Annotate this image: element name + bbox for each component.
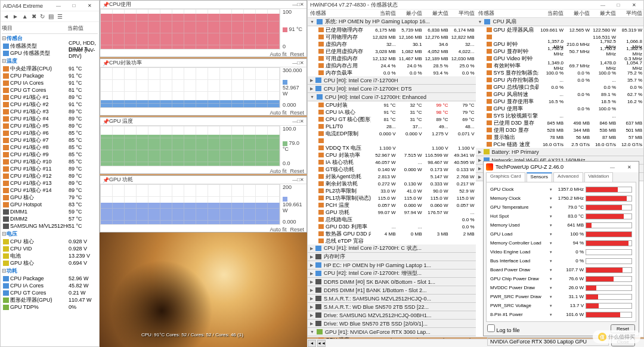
graph-plot[interactable] [100,9,280,49]
expand-icon[interactable]: ▶ [310,255,313,259]
minimize-icon[interactable]: — [596,1,610,9]
table-row[interactable]: CPU #1/核心 #489 °C [2,115,98,122]
sensor-row[interactable]: 电流EDP限制0.000 V0.000 V1.275 V0.071 V [308,130,476,137]
close-icon[interactable]: ✕ [300,177,304,182]
dropdown-icon[interactable]: ▾ [550,259,556,264]
sensor-row[interactable]: 使用 D3D 显存528 MB344 MB536 MB501 MB [476,126,644,134]
autofit-button[interactable]: Auto fit [270,227,286,233]
dropdown-icon[interactable]: ▾ [550,286,556,290]
dropdown-icon[interactable]: ▾ [550,232,556,237]
table-row[interactable]: GPU Hotspot83 °C [2,201,98,208]
tab-advanced[interactable]: Advanced [553,172,583,182]
dropdown-icon[interactable]: ▾ [550,187,556,192]
sensor-row[interactable]: PL1/T028...37...49...48... [308,123,476,130]
sensor-section[interactable]: ▶HP EC: HP OMEN by HP Gaming Laptop 1... [308,261,476,269]
sensor-section[interactable]: ▶CPU [#0]: Intel Core i7-12700H [308,76,476,85]
sensor-row[interactable]: 剩余封装功耗0.272 W0.130 W0.333 W0.217 W [308,180,476,187]
sensor-row[interactable]: SYS 显存控制器负载100.0 %0.0 %100.0 %75.2 % [476,69,644,76]
minimize-icon[interactable]: — [292,177,297,182]
graph-plot[interactable] [100,126,280,166]
table-row[interactable]: SAMSUNG M/VL2512HC...51 °C [2,222,98,230]
tab-validation[interactable]: Validation [584,172,614,182]
table-row[interactable]: CPU #1/核心 #291 °C [2,101,98,108]
sensor-row[interactable]: GPU D3D 利用率......0.0 % [308,223,476,230]
dropdown-icon[interactable]: ▾ [550,250,556,255]
table-row[interactable]: CPU #1/核心 #1289 °C [2,172,98,179]
minimize-icon[interactable]: — [292,60,297,66]
sensor-section[interactable]: ▶Battery: HP Primary [476,148,644,156]
section-header[interactable]: 功耗 [2,267,98,275]
sensor-section[interactable]: ▶Drive: WD Blue SN570 2TB SSD [2/0/0/1].… [308,320,476,328]
reset-button[interactable]: Reset [290,51,304,57]
sensor-row[interactable]: PL2功率限制33.0 W41.0 W90.0 W52.9 W [308,187,476,194]
minimize-icon[interactable]: — [51,2,66,10]
sensor-row[interactable]: GPU 内存控制器负载...0.0 %...35.7 % [476,76,644,83]
sensor-row[interactable]: 显示输出78 MB56 MB87 MB57 MB [476,134,644,141]
close-icon[interactable]: ✕ [627,1,641,9]
expand-icon[interactable]: ▼ [478,20,482,24]
dropdown-icon[interactable]: ▾ [550,196,556,201]
table-row[interactable]: GPU 核心0.694 V [2,259,98,267]
minimize-icon[interactable]: — [605,163,620,171]
sensor-row[interactable]: GPU 显存使用率16.5 %18.5 %16.2 % [476,98,644,105]
expand-icon[interactable]: ▼ [310,330,314,334]
expand-icon[interactable]: ▶ [310,321,313,326]
sensor-row[interactable]: CPU IA 核心91 °C31 °C98 °C79 °C [308,109,476,116]
fwd-icon[interactable]: ► [13,13,18,20]
scroll-left-icon[interactable]: ◄ [308,340,316,347]
sensor-row[interactable]: 有效时钟率1,349.0 MHz69.7 MHz1,478.0 MHz1,054… [476,62,644,69]
dropdown-icon[interactable]: ▾ [550,205,556,210]
reset-button[interactable]: Reset [290,168,304,174]
maximize-icon[interactable]: □ [611,1,626,9]
sensor-row[interactable]: GPU 处理器风扇109.661 W12.565 W122.580 W85.31… [476,26,644,33]
sensor-row[interactable]: CPU GT 核心(图形)81 °C31 °C89 °C69 °C [308,116,476,123]
sensor-section[interactable]: ▶S.M.A.R.T.: SAMSUNG MZVL2512HCJQ-0... [308,295,476,303]
table-row[interactable]: 图形处理器(GPU)110.47 W [2,296,98,303]
table-row[interactable]: 电池13.239 V [2,252,98,259]
sensor-row[interactable]: CPU封装91 °C32 °C99 °C79 °C [308,101,476,109]
sensor-row[interactable]: 已使用物理内存6,175 MB5,739 MB6,838 MB6,174 MB [308,26,476,33]
aida64-titlebar[interactable]: AIDA64 Extreme — □ ✕ [1,1,99,11]
sensor-section[interactable]: ▶DDR5 DIMM [#1] BANK 1/Bottom - Slot 2..… [308,286,476,295]
expand-icon[interactable]: ▼ [310,95,314,99]
sensor-row[interactable]: 已使用 D3D 显存845 MB498 MB846 MB637 MB [476,119,644,126]
graph-titlebar[interactable]: 📌CPU使用—□✕ [100,1,306,9]
table-row[interactable]: CPU #1/核心 #685 °C [2,129,98,137]
close-icon[interactable]: ✕ [622,163,636,171]
sensor-row[interactable]: SYS 比较视频引擎...... [476,112,644,119]
sensor-section[interactable]: ▼GPU [#1]: NVIDIA GeForce RTX 3060 Lap..… [308,328,476,336]
reset-button[interactable]: Reset [290,110,304,116]
sensor-row[interactable]: CPU 封装功率52.967 W7.515 W116.599 W49.341 W [308,151,476,159]
table-row[interactable]: CPU #1/核心 #389 °C [2,108,98,115]
sensor-row[interactable]: 已使用虚拟内存3,028 MB1,082 MB4,052 MB4,022... [308,48,476,55]
table-row[interactable]: CPU #1/核心 #189 °C [2,94,98,101]
sensor-row[interactable]: 虚拟内存32...30.134.632... [308,41,476,48]
sensor-section[interactable]: ▶CPU [#0]: Intel Core i7-12700H: DTS [308,85,476,93]
close-icon[interactable]: ✕ [300,60,304,66]
pin-icon[interactable]: 📌 [103,177,109,183]
table-row[interactable]: GPU 传感器类型Driver (NV-DRV) [2,49,98,57]
sensor-row[interactable]: 虚拟内存占用24.4 %24.0 %28.5 %25.0 % [308,62,476,69]
graph-plot[interactable] [100,67,280,108]
expand-icon[interactable]: ▶ [310,246,313,251]
table-row[interactable]: CPU Package91 °C [2,72,98,79]
table-row[interactable]: CPU GT Cores0.21 W [2,289,98,296]
expand-icon[interactable]: ▶ [478,175,481,179]
pin-icon[interactable]: 📌 [103,2,109,8]
sensor-row[interactable]: 可用物理内存12,828 MB12,166 MB12,276 MB12,822 … [308,33,476,41]
maximize-icon[interactable]: □ [67,2,81,10]
expand-icon[interactable]: ▶ [310,271,313,276]
table-row[interactable]: 中央处理器(CPU)91 °C [2,65,98,72]
scroll-left2-icon[interactable]: ◄◄ [317,340,326,347]
table-row[interactable]: CPU #1/核心 #1489 °C [2,187,98,194]
menu-icon[interactable]: ☰ [57,13,63,20]
expand-icon[interactable]: ▶ [478,158,481,163]
table-row[interactable]: CPU #1/核心 #785 °C [2,137,98,144]
table-row[interactable]: CPU VID0.928 V [2,245,98,252]
expand-icon[interactable]: ▶ [310,305,313,309]
graph-titlebar[interactable]: 📌CPU封装功率—□✕ [100,59,306,67]
table-row[interactable]: CPU #1/核心 #1189 °C [2,165,98,172]
report-icon[interactable]: ▤ [48,13,54,20]
dropdown-icon[interactable]: ▾ [550,277,556,281]
expand-icon[interactable]: ▼ [310,20,314,24]
